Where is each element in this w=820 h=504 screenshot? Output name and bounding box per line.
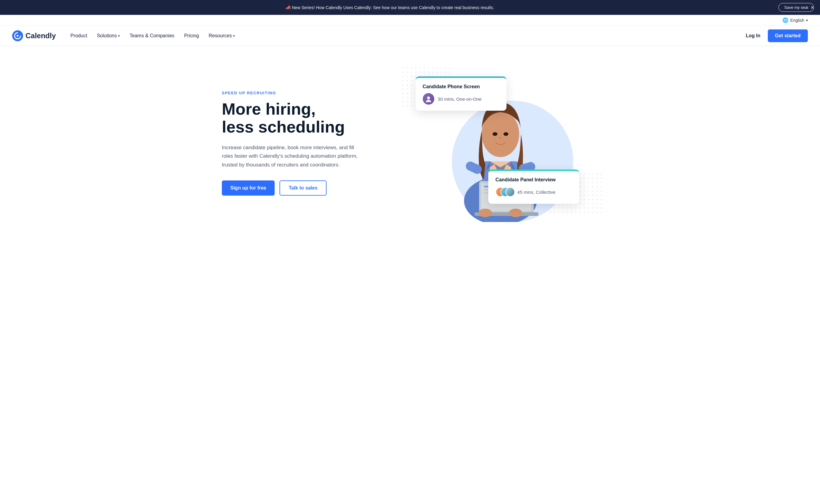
hero-heading-line2: less scheduling xyxy=(222,118,345,136)
panel-interview-meta: 45 mins, Collective xyxy=(517,190,556,195)
panel-interview-title: Candidate Panel Interview xyxy=(496,177,572,183)
phone-screen-avatar xyxy=(423,93,434,105)
get-started-button[interactable]: Get started xyxy=(768,29,808,42)
card-phone-screen: Candidate Phone Screen 30 mins, One-on-O… xyxy=(415,76,506,111)
hero-heading-line1: More hiring, xyxy=(222,100,316,118)
panel-interview-avatars xyxy=(496,186,514,198)
nav-link-teams[interactable]: Teams & Companies xyxy=(129,33,174,39)
person-illustration: Candidate Phone Screen 30 mins, One-on-O… xyxy=(434,64,567,222)
svg-point-23 xyxy=(427,96,430,99)
phone-screen-meta: 30 mins, One-on-One xyxy=(438,96,482,102)
hero-heading: More hiring, less scheduling xyxy=(222,100,402,136)
hero-actions: Sign up for free Talk to sales xyxy=(222,180,402,196)
panel-interview-detail: 45 mins, Collective xyxy=(496,186,572,198)
calendly-logo-icon xyxy=(12,30,23,41)
globe-icon: 🌐 xyxy=(782,17,788,23)
nav-item-teams[interactable]: Teams & Companies xyxy=(129,33,174,39)
chevron-down-icon: ▾ xyxy=(118,34,120,38)
hero-section: SPEED UP RECRUITING More hiring, less sc… xyxy=(197,46,623,234)
phone-screen-detail: 30 mins, One-on-One xyxy=(423,93,499,105)
nav-links: Product Solutions ▾ Teams & Companies Pr… xyxy=(70,33,746,39)
svg-point-22 xyxy=(509,209,522,217)
signup-button[interactable]: Sign up for free xyxy=(222,180,275,196)
nav-link-resources[interactable]: Resources ▾ xyxy=(209,33,235,39)
chevron-down-icon: ▾ xyxy=(233,34,235,38)
announcement-message: New Series! How Calendly Uses Calendly: … xyxy=(292,5,494,10)
svg-point-21 xyxy=(479,209,492,217)
language-label[interactable]: English xyxy=(790,18,804,23)
hero-visual: Candidate Phone Screen 30 mins, One-on-O… xyxy=(402,64,598,222)
nav-item-product[interactable]: Product xyxy=(70,33,87,39)
logo-link[interactable]: Calendly xyxy=(12,30,56,41)
announcement-bar: 📣 New Series! How Calendly Uses Calendly… xyxy=(0,0,820,15)
login-button[interactable]: Log In xyxy=(746,33,761,39)
nav-link-product[interactable]: Product xyxy=(70,33,87,39)
chevron-down-icon: ▾ xyxy=(806,18,808,22)
save-seat-button[interactable]: Save my seat xyxy=(778,3,814,12)
nav-link-solutions[interactable]: Solutions ▾ xyxy=(97,33,120,39)
hero-content: SPEED UP RECRUITING More hiring, less sc… xyxy=(222,91,402,196)
svg-point-10 xyxy=(492,132,497,136)
hero-eyebrow: SPEED UP RECRUITING xyxy=(222,91,402,95)
main-nav: Calendly Product Solutions ▾ Teams & Com… xyxy=(0,26,820,46)
logo-text: Calendly xyxy=(25,32,56,40)
nav-item-pricing[interactable]: Pricing xyxy=(184,33,199,39)
phone-screen-title: Candidate Phone Screen xyxy=(423,84,499,89)
talk-to-sales-button[interactable]: Talk to sales xyxy=(280,180,327,196)
nav-item-resources[interactable]: Resources ▾ xyxy=(209,33,235,39)
nav-link-pricing[interactable]: Pricing xyxy=(184,33,199,39)
announcement-emoji: 📣 xyxy=(286,5,291,10)
language-bar: 🌐 English ▾ xyxy=(0,15,820,26)
svg-point-1 xyxy=(17,35,18,37)
nav-actions: Log In Get started xyxy=(746,29,808,42)
nav-item-solutions[interactable]: Solutions ▾ xyxy=(97,33,120,39)
close-announcement-button[interactable]: × xyxy=(811,5,814,10)
announcement-text: 📣 New Series! How Calendly Uses Calendly… xyxy=(6,5,774,10)
svg-point-11 xyxy=(503,132,508,136)
hero-subtext: Increase candidate pipeline, book more i… xyxy=(222,143,361,170)
card-panel-interview: Candidate Panel Interview 45 mins, Colle… xyxy=(488,170,579,204)
